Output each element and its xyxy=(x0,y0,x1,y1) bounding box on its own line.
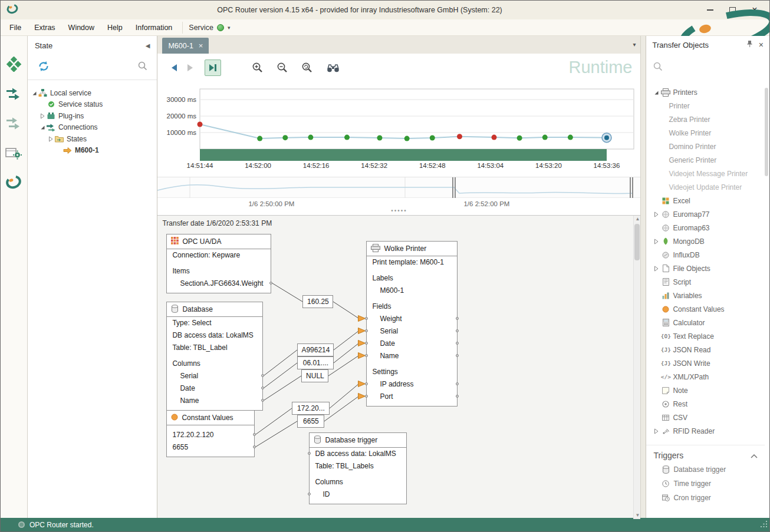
transfer-object-script[interactable]: Script xyxy=(646,275,765,289)
transfer-object-printers[interactable]: Printers xyxy=(646,85,765,99)
menu-item-file[interactable]: File xyxy=(3,21,28,35)
expander-collapsed-icon[interactable] xyxy=(652,239,660,244)
find-binoculars-button[interactable] xyxy=(325,60,341,76)
transfer-object-xml-xpath[interactable]: </>XML/XPath xyxy=(646,370,765,384)
menu-item-window[interactable]: Window xyxy=(62,21,101,35)
transfer-object-note[interactable]: Note xyxy=(646,384,765,397)
transfer-object-calculator[interactable]: Calculator xyxy=(646,316,765,329)
service-menu[interactable]: Service ▾ xyxy=(182,22,236,34)
expander-expanded-icon[interactable] xyxy=(652,90,660,95)
expander-collapsed-icon[interactable] xyxy=(48,136,55,142)
detail-vertical-scrollbar[interactable]: ▲ ▼ xyxy=(633,216,640,519)
transfer-object-zebra-printer[interactable]: Zebra Printer xyxy=(646,113,765,126)
flow-row-label: Table: TBL_Label xyxy=(172,343,227,352)
transfer-object-text-replace[interactable]: {O}Text Replace xyxy=(646,329,765,343)
transfer-duration-chart[interactable]: 30000 ms20000 ms10000 ms14:51:4414:52:00… xyxy=(157,81,640,177)
transfer-object-constant-values[interactable]: Constant Values xyxy=(646,302,765,316)
transfer-object-variables[interactable]: Variables xyxy=(646,289,765,302)
zoom-out-button[interactable] xyxy=(274,60,291,76)
objects-scrollbar-thumb[interactable] xyxy=(765,88,768,176)
state-tree-item-connections[interactable]: Connections xyxy=(28,122,157,134)
transfer-object-influxdb[interactable]: InfluxDB xyxy=(646,248,765,262)
refresh-icon[interactable] xyxy=(37,61,50,74)
panel-splitter[interactable] xyxy=(641,36,646,519)
flow-node-constants[interactable]: Constant Values172.20.2.1206655 xyxy=(166,410,255,457)
minimize-button[interactable] xyxy=(701,4,719,16)
transfer-object-domino-printer[interactable]: Domino Printer xyxy=(646,140,765,153)
state-tree-item-m600-1[interactable]: M600-1 xyxy=(28,145,157,157)
nav-templates-arrows-icon[interactable] xyxy=(5,115,22,131)
transfer-object-euromap77[interactable]: Euromap77 xyxy=(646,207,765,221)
pin-icon[interactable] xyxy=(746,40,753,49)
scrollbar-thumb[interactable] xyxy=(634,224,640,260)
timeline-strip[interactable] xyxy=(157,177,640,198)
maximize-button[interactable] xyxy=(723,4,741,16)
tab-list-dropdown-icon[interactable]: ▾ xyxy=(633,41,636,48)
flow-node-opcua[interactable]: OPC UA/DAConnection: KepwareItemsSection… xyxy=(166,234,271,293)
range-handle-left[interactable] xyxy=(452,177,456,198)
flow-node-database[interactable]: DatabaseType: SelectDB access data: Loka… xyxy=(166,302,263,411)
jump-to-latest-button[interactable] xyxy=(205,60,221,76)
menu-item-extras[interactable]: Extras xyxy=(28,21,61,35)
zoom-reset-button[interactable] xyxy=(299,60,315,76)
transfer-object-generic-printer[interactable]: Generic Printer xyxy=(646,153,765,167)
object-label: Domino Printer xyxy=(669,143,716,151)
transfer-object-wolke-printer[interactable]: Wolke Printer xyxy=(646,126,765,140)
state-tree-item-states[interactable]: States xyxy=(28,133,157,145)
tab-close-icon[interactable]: × xyxy=(199,42,203,49)
flow-node-header: Wolke Printer xyxy=(367,242,457,256)
nav-diamonds-icon[interactable] xyxy=(5,56,22,72)
state-tree-item-plug-ins[interactable]: Plug-ins xyxy=(28,110,157,122)
transfer-object-json-write[interactable]: {J}JSON Write xyxy=(646,356,765,370)
resize-grip[interactable] xyxy=(761,521,768,530)
collapse-panel-icon[interactable]: ◀ xyxy=(146,42,150,49)
trigger-time-trigger[interactable]: Time trigger xyxy=(646,477,765,491)
menu-item-help[interactable]: Help xyxy=(101,21,129,35)
flow-node-row: Print template: M600-1 xyxy=(367,256,457,269)
trigger-cron-trigger[interactable]: Cron trigger xyxy=(646,491,765,505)
flow-node-printer[interactable]: Wolke PrinterPrint template: M600-1Label… xyxy=(366,241,458,407)
transfer-object-euromap63[interactable]: Euromap63 xyxy=(646,221,765,234)
transfer-object-printer[interactable]: Printer xyxy=(646,99,765,113)
nav-router-swirl-icon[interactable] xyxy=(5,174,22,190)
transfer-object-csv[interactable]: CSV xyxy=(646,411,765,424)
scroll-up-icon[interactable]: ▲ xyxy=(634,216,641,223)
triggers-section-header[interactable]: Triggers xyxy=(646,445,765,462)
history-forward-button[interactable] xyxy=(182,60,199,76)
clock-icon xyxy=(660,480,671,487)
trigger-database-trigger[interactable]: Database trigger xyxy=(646,462,765,477)
close-button[interactable]: × xyxy=(746,4,764,16)
expander-collapsed-icon[interactable] xyxy=(652,428,660,434)
transfer-object-videojet-message-printer[interactable]: Videojet Message Printer xyxy=(646,167,765,180)
expander-collapsed-icon[interactable] xyxy=(40,113,47,119)
tab-m600-1[interactable]: M600-1 × xyxy=(162,38,209,54)
flow-node-dbtrigger[interactable]: Database triggerDB access data: LokalMST… xyxy=(309,432,407,504)
history-back-button[interactable] xyxy=(166,60,182,76)
transfer-object-excel[interactable]: Excel xyxy=(646,194,765,207)
transfer-object-rest[interactable]: Rest xyxy=(646,397,765,411)
service-menu-label: Service xyxy=(189,24,213,32)
scroll-down-icon[interactable]: ▼ xyxy=(634,512,641,519)
state-tree-item-local-service[interactable]: Local service xyxy=(28,87,157,99)
expander-collapsed-icon[interactable] xyxy=(652,266,660,272)
state-tree-item-service-status[interactable]: Service status xyxy=(28,99,157,111)
panel-close-icon[interactable]: × xyxy=(759,40,764,49)
splitter-grip[interactable]: ••••• xyxy=(157,209,640,213)
transfer-object-json-read[interactable]: {J}JSON Read xyxy=(646,343,765,356)
range-handle-right[interactable] xyxy=(630,177,633,198)
menu-item-information[interactable]: Information xyxy=(129,21,179,35)
search-icon[interactable] xyxy=(138,61,147,73)
transfer-object-videojet-update-printer[interactable]: Videojet Update Printer xyxy=(646,180,765,194)
nav-service-box-gear-icon[interactable] xyxy=(5,144,22,161)
nav-transfer-arrows-icon[interactable] xyxy=(5,85,22,102)
transfer-object-mongodb[interactable]: MongoDB xyxy=(646,234,765,248)
expander-collapsed-icon[interactable] xyxy=(652,212,660,217)
flow-node-title: Database trigger xyxy=(325,436,377,444)
transfer-object-rfid-reader[interactable]: RFID Reader xyxy=(646,424,765,438)
expander-expanded-icon[interactable] xyxy=(31,90,38,96)
expander-expanded-icon[interactable] xyxy=(40,124,47,130)
transfer-object-file-objects[interactable]: File Objects xyxy=(646,262,765,275)
zoom-in-button[interactable] xyxy=(249,60,266,76)
objects-search-icon[interactable] xyxy=(653,62,663,74)
flow-row-label: M600-1 xyxy=(380,286,404,295)
